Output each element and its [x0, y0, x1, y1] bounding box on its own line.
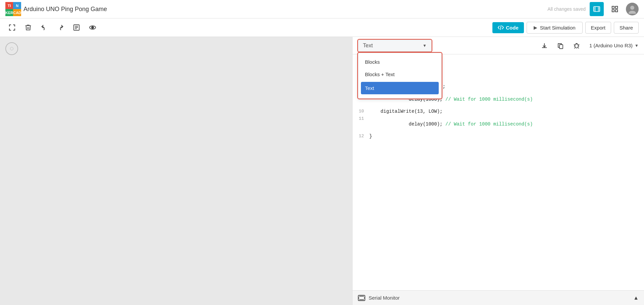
line-number: 10 — [353, 109, 369, 114]
code-button[interactable]: Code — [492, 22, 524, 33]
visibility-button[interactable] — [86, 21, 99, 34]
svg-rect-8 — [615, 6, 618, 8]
target-inner — [10, 47, 13, 50]
grid-icon-button[interactable] — [608, 2, 622, 16]
code-content: delay(1000); // Wait for 1000 millisecon… — [369, 116, 644, 132]
chevron-down-icon: ▼ — [423, 43, 427, 48]
film-icon — [593, 5, 600, 13]
svg-point-12 — [629, 11, 636, 14]
logo-ker: KER — [5, 9, 13, 16]
svg-rect-20 — [559, 45, 563, 49]
code-panel: Text ▼ Blocks Blocks + Text Text — [352, 37, 644, 305]
nav-right: All changes saved — [547, 2, 639, 16]
bug-icon — [573, 42, 580, 49]
logo-cad: CAD — [13, 9, 21, 16]
copy-icon — [557, 42, 564, 49]
export-button[interactable]: Export — [585, 22, 611, 34]
download-button[interactable] — [538, 40, 550, 52]
svg-rect-0 — [594, 7, 600, 12]
code-btn-label: Code — [506, 25, 519, 31]
svg-rect-9 — [612, 10, 614, 12]
dropdown-item-text[interactable]: Text — [361, 82, 439, 94]
share-label: Share — [620, 25, 633, 31]
zoom-fit-icon — [8, 23, 16, 32]
board-chevron-icon: ▼ — [635, 43, 639, 48]
save-status: All changes saved — [547, 6, 586, 12]
user-avatar — [628, 4, 637, 14]
code-content: digitalWrite(13, LOW); — [369, 109, 644, 114]
zoom-fit-button[interactable] — [5, 21, 19, 34]
svg-point-18 — [92, 27, 94, 29]
canvas-area — [0, 37, 352, 305]
svg-point-21 — [575, 44, 578, 48]
code-view-dropdown[interactable]: Text ▼ Blocks Blocks + Text Text — [358, 40, 432, 52]
serial-monitor-chevron-icon[interactable]: ▲ — [633, 295, 639, 301]
logo-n: N — [13, 2, 21, 9]
tinkercad-logo: TI N KER CAD — [5, 2, 19, 16]
notes-icon — [73, 24, 80, 31]
toolbar: Code ▶ Start Simulation Export Share — [0, 18, 644, 37]
avatar[interactable] — [626, 3, 639, 15]
target-icon-button[interactable] — [5, 42, 18, 55]
code-icon — [498, 25, 504, 30]
logo-ti: TI — [5, 2, 13, 9]
start-simulation-button[interactable]: ▶ Start Simulation — [527, 22, 583, 34]
redo-button[interactable] — [54, 21, 67, 34]
delete-button[interactable] — [21, 21, 35, 34]
svg-rect-7 — [612, 6, 614, 8]
line-number: 11 — [353, 116, 369, 121]
dropdown-trigger[interactable]: Text ▼ — [358, 40, 432, 52]
board-selector[interactable]: 1 (Arduino Uno R3) ▼ — [589, 43, 639, 48]
code-panel-toolbar: Text ▼ Blocks Blocks + Text Text — [353, 37, 644, 54]
code-text: delay(1000); — [397, 121, 445, 127]
dropdown-item-blocks[interactable]: Blocks — [358, 56, 441, 68]
comment: // Wait for 1000 millisecond(s) — [445, 121, 533, 127]
main-layout: Text ▼ Blocks Blocks + Text Text — [0, 37, 644, 305]
download-icon — [541, 42, 548, 49]
start-simulation-label: Start Simulation — [540, 25, 576, 31]
dropdown-menu: Blocks Blocks + Text Text — [358, 53, 442, 99]
code-line: 12 } — [353, 133, 644, 140]
redo-icon — [57, 24, 64, 31]
copy-button[interactable] — [554, 40, 567, 52]
undo-button[interactable] — [38, 21, 51, 34]
serial-monitor-icon — [358, 295, 365, 301]
toolbar-right: Code ▶ Start Simulation Export Share — [492, 22, 639, 34]
notes-button[interactable] — [70, 21, 83, 34]
eye-icon — [89, 24, 97, 31]
film-icon-button[interactable] — [590, 2, 604, 16]
undo-icon — [41, 24, 48, 31]
share-button[interactable]: Share — [614, 22, 639, 34]
grid-icon — [611, 5, 619, 13]
project-title: Arduino UNO Ping Pong Game — [23, 6, 543, 13]
code-content: } — [369, 134, 644, 139]
dropdown-item-blocks-text[interactable]: Blocks + Text — [358, 68, 441, 81]
code-line: 10 digitalWrite(13, LOW); — [353, 108, 644, 115]
svg-line-19 — [500, 25, 501, 30]
delete-icon — [24, 24, 32, 31]
play-icon: ▶ — [534, 25, 537, 30]
serial-monitor-bar[interactable]: Serial Monitor ▲ — [353, 290, 644, 305]
export-label: Export — [591, 25, 605, 31]
debug-button[interactable] — [571, 40, 583, 52]
comment: // Wait for 1000 millisecond(s) — [445, 97, 533, 102]
svg-point-11 — [630, 6, 634, 10]
code-line: 11 delay(1000); // Wait for 1000 millise… — [353, 115, 644, 133]
line-number: 12 — [353, 134, 369, 139]
svg-rect-10 — [615, 10, 618, 12]
top-nav: TI N KER CAD Arduino UNO Ping Pong Game … — [0, 0, 644, 18]
dropdown-current-value: Text — [363, 43, 373, 49]
board-label: 1 (Arduino Uno R3) — [589, 43, 633, 48]
serial-monitor-label: Serial Monitor — [369, 295, 400, 301]
